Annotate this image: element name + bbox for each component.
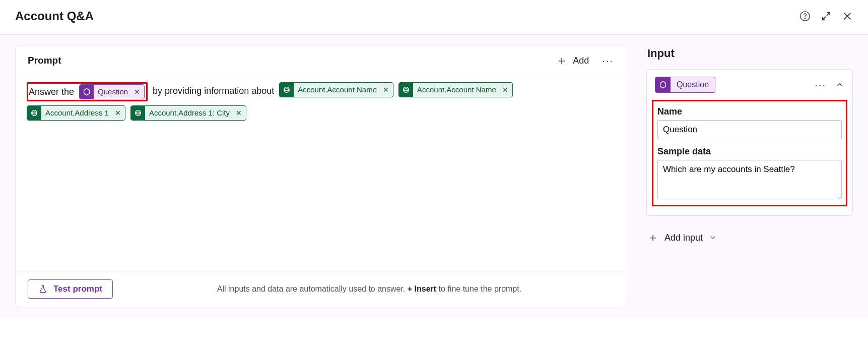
dataverse-icon (280, 83, 294, 97)
footer-pre: All inputs and data are automatically us… (217, 285, 408, 293)
token-remove-icon[interactable]: ✕ (500, 82, 512, 97)
input-chip[interactable]: Question (655, 77, 715, 93)
add-label: Add (573, 55, 589, 66)
sample-label: Sample data (657, 146, 842, 157)
svg-point-4 (32, 110, 37, 116)
name-label: Name (657, 106, 842, 117)
flask-icon (38, 285, 47, 294)
svg-point-5 (136, 110, 141, 116)
more-icon[interactable]: ··· (815, 79, 826, 91)
prompt-body[interactable]: Answer the Question ✕ by providing infor… (16, 75, 626, 271)
page-title: Account Q&A (15, 9, 94, 23)
input-chip-label: Question (671, 80, 715, 89)
prompt-title: Prompt (28, 55, 61, 66)
highlight-input-fields: Name Sample data (652, 100, 847, 206)
dataverse-icon (131, 106, 145, 120)
add-input-button[interactable]: ＋ Add input (646, 230, 853, 245)
footer-insert: + Insert (408, 285, 436, 293)
token-question[interactable]: Question ✕ (79, 84, 145, 99)
token-data[interactable]: Account.Account Name ✕ (398, 82, 513, 97)
token-remove-icon[interactable]: ✕ (381, 82, 393, 97)
input-card-header: Question ··· (655, 77, 844, 93)
header-actions (799, 11, 853, 22)
prompt-header: Prompt ＋ Add ··· (16, 45, 626, 75)
dataverse-icon (27, 106, 41, 120)
content-area: Prompt ＋ Add ··· Answer the Question ✕ (0, 35, 868, 317)
prompt-text: by providing information about (153, 82, 274, 99)
chevron-down-icon (709, 234, 717, 242)
highlight-question: Answer the Question ✕ (27, 82, 148, 101)
token-data[interactable]: Account.Account Name ✕ (279, 82, 393, 97)
hexagon-icon (80, 85, 94, 99)
token-remove-icon[interactable]: ✕ (132, 84, 144, 99)
token-label: Question (94, 84, 132, 99)
token-data[interactable]: Account.Address 1 ✕ (27, 105, 125, 121)
token-remove-icon[interactable]: ✕ (113, 105, 125, 121)
svg-point-3 (404, 87, 409, 93)
token-label: Account.Address 1 (41, 105, 113, 121)
input-card: Question ··· Name Sample data (646, 69, 853, 216)
input-panel-title: Input (647, 47, 853, 60)
add-button[interactable]: ＋ Add (556, 54, 589, 67)
dataverse-icon (399, 83, 413, 97)
test-prompt-button[interactable]: Test prompt (28, 279, 113, 299)
footer-text: All inputs and data are automatically us… (125, 285, 614, 294)
token-label: Account.Account Name (413, 82, 500, 97)
test-label: Test prompt (53, 284, 102, 294)
token-remove-icon[interactable]: ✕ (234, 105, 246, 121)
plus-icon: ＋ (556, 54, 568, 67)
expand-icon[interactable] (821, 11, 832, 22)
token-data[interactable]: Account.Address 1: City ✕ (130, 105, 246, 121)
svg-point-2 (284, 87, 290, 93)
close-icon[interactable] (842, 11, 853, 22)
token-label: Account.Address 1: City (145, 105, 234, 121)
svg-point-1 (805, 18, 805, 19)
name-input[interactable] (657, 120, 842, 139)
prompt-panel: Prompt ＋ Add ··· Answer the Question ✕ (15, 45, 626, 307)
input-panel: Input Question ··· Name (646, 45, 853, 307)
input-card-actions: ··· (815, 79, 844, 91)
more-icon[interactable]: ··· (602, 55, 614, 67)
token-label: Account.Account Name (294, 82, 381, 97)
add-input-label: Add input (664, 233, 703, 243)
help-icon[interactable] (799, 11, 811, 22)
page-header: Account Q&A (0, 0, 868, 35)
prompt-footer: Test prompt All inputs and data are auto… (16, 271, 626, 307)
plus-icon: ＋ (647, 232, 658, 243)
sample-data-input[interactable] (657, 160, 842, 199)
prompt-header-right: ＋ Add ··· (556, 54, 614, 67)
chevron-up-icon[interactable] (835, 80, 844, 89)
hexagon-icon (655, 77, 671, 92)
prompt-text: Answer the (29, 83, 74, 100)
footer-post: to fine tune the prompt. (436, 285, 521, 293)
